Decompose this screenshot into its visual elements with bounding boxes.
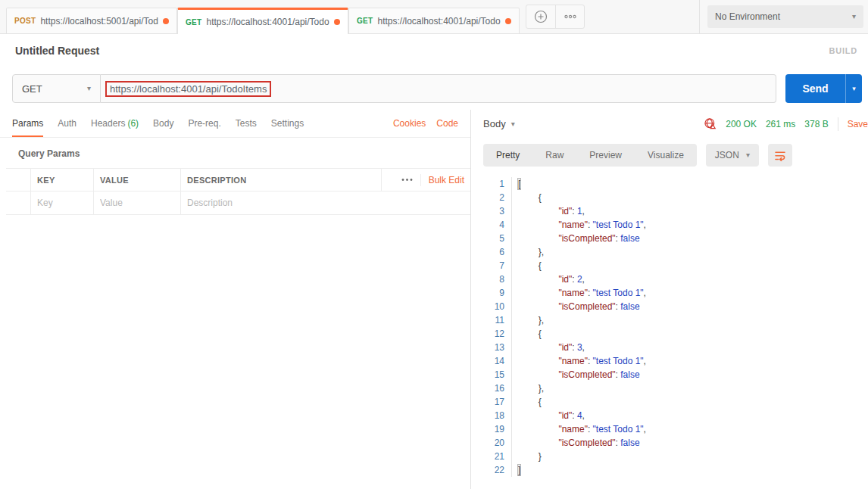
tab-pre-request[interactable]: Pre-req. xyxy=(188,110,220,137)
send-button-group: Send ▾ xyxy=(785,74,862,103)
network-warning-globe-icon[interactable] xyxy=(704,117,717,130)
response-body-selector[interactable]: Body ▾ xyxy=(483,118,515,129)
line-number: 13 xyxy=(471,341,512,354)
environment-bar: No Environment ▾ xyxy=(699,0,868,33)
code-line: 6}, xyxy=(471,245,868,259)
code-line: 8"id": 2, xyxy=(471,273,868,286)
wrap-text-icon xyxy=(774,149,786,161)
bulk-edit-link[interactable]: Bulk Edit xyxy=(429,175,464,185)
request-header: Untitled Request BUILD xyxy=(0,34,868,67)
code-line: 18"id": 4, xyxy=(471,409,868,422)
code-line: 14"name": "test Todo 1", xyxy=(471,354,868,368)
chevron-down-icon: ▾ xyxy=(852,13,856,20)
param-key-input[interactable] xyxy=(37,198,87,208)
wrap-text-button[interactable] xyxy=(768,144,792,167)
response-time[interactable]: 261 ms xyxy=(766,119,795,129)
request-tab-2-active[interactable]: GET https://localhost:4001/api/Todo... xyxy=(177,8,348,34)
line-number: 2 xyxy=(471,191,512,204)
cookies-link[interactable]: Cookies xyxy=(393,118,426,129)
tab-actions-group xyxy=(526,5,585,29)
tab-settings[interactable]: Settings xyxy=(271,110,304,137)
code-link[interactable]: Code xyxy=(436,118,458,129)
column-header-key: KEY xyxy=(37,176,55,185)
chevron-down-icon: ▾ xyxy=(87,85,91,92)
request-tab-1[interactable]: POST https://localhost:5001/api/Tod... xyxy=(6,8,177,33)
request-url-input[interactable]: https://localhost:4001/api/TodoItems xyxy=(101,74,776,103)
line-number: 22 xyxy=(471,463,512,477)
tab-url: https://localhost:4001/api/Todo... xyxy=(377,16,501,26)
view-tab-raw[interactable]: Raw xyxy=(532,144,576,167)
code-line: 21} xyxy=(471,450,868,463)
tab-tests[interactable]: Tests xyxy=(236,110,257,137)
request-url-value: https://localhost:4001/api/TodoItems xyxy=(105,81,271,97)
environment-selector[interactable]: No Environment ▾ xyxy=(707,5,863,28)
response-panel: Body ▾ 200 OK 261 ms 378 B Save xyxy=(471,110,868,489)
tab-auth[interactable]: Auth xyxy=(58,110,76,137)
tab-headers[interactable]: Headers (6) xyxy=(91,110,139,137)
view-tab-pretty[interactable]: Pretty xyxy=(483,144,532,167)
line-number: 9 xyxy=(471,286,512,300)
add-tab-button[interactable] xyxy=(526,5,555,28)
line-number: 10 xyxy=(471,300,512,313)
request-section-tabs: Params Auth Headers (6) Body Pre-req. Te… xyxy=(0,110,470,138)
line-number: 17 xyxy=(471,395,512,409)
line-number: 7 xyxy=(471,259,512,273)
response-format-selector[interactable]: JSON ▾ xyxy=(706,144,759,167)
code-line: 22] xyxy=(471,463,868,477)
send-options-button[interactable]: ▾ xyxy=(845,74,862,103)
response-meta-bar: Body ▾ 200 OK 261 ms 378 B Save xyxy=(471,110,868,138)
view-tab-preview[interactable]: Preview xyxy=(576,144,635,167)
http-method-value: GET xyxy=(22,83,42,95)
code-line: 15"isCompleted": false xyxy=(471,368,868,382)
query-params-empty-row xyxy=(6,192,470,215)
param-description-input[interactable] xyxy=(187,198,464,208)
line-number: 5 xyxy=(471,232,512,245)
more-tabs-button[interactable] xyxy=(555,5,584,28)
line-number: 20 xyxy=(471,436,512,450)
line-number: 19 xyxy=(471,422,512,436)
chevron-down-icon: ▾ xyxy=(511,120,515,128)
code-line: 19"name": "test Todo 1", xyxy=(471,422,868,436)
line-number: 16 xyxy=(471,382,512,395)
line-number: 1 xyxy=(471,177,512,191)
format-selected-label: JSON xyxy=(715,150,739,160)
open-request-tabs: POST https://localhost:5001/api/Tod... G… xyxy=(0,0,699,33)
code-line: 16}, xyxy=(471,382,868,395)
code-line: 3"id": 1, xyxy=(471,204,868,218)
tab-params[interactable]: Params xyxy=(12,110,43,137)
tab-url: https://localhost:4001/api/Todo... xyxy=(206,17,329,27)
unsaved-indicator-dot xyxy=(505,18,511,24)
tab-body[interactable]: Body xyxy=(153,110,173,137)
code-line: 20"isCompleted": false xyxy=(471,436,868,450)
tab-bar: POST https://localhost:5001/api/Tod... G… xyxy=(0,0,868,34)
save-response-link[interactable]: Save xyxy=(848,119,868,129)
response-status-badge[interactable]: 200 OK xyxy=(726,119,757,129)
chevron-down-icon: ▾ xyxy=(746,151,750,159)
param-value-input[interactable] xyxy=(100,198,174,208)
line-number: 21 xyxy=(471,450,512,463)
params-more-button[interactable] xyxy=(401,178,413,182)
code-line: 4"name": "test Todo 1", xyxy=(471,218,868,232)
row-handle-column xyxy=(6,169,30,191)
request-tab-3[interactable]: GET https://localhost:4001/api/Todo... xyxy=(348,8,520,33)
response-stats: 200 OK 261 ms 378 B Save xyxy=(704,117,868,131)
response-view-toolbar: Pretty Raw Preview Visualize JSON ▾ xyxy=(471,138,868,173)
request-title[interactable]: Untitled Request xyxy=(15,45,99,57)
method-badge: GET xyxy=(186,18,201,26)
query-params-header-row: KEY VALUE DESCRIPTION Bulk Edit xyxy=(6,169,470,192)
send-button[interactable]: Send xyxy=(785,74,845,103)
http-method-selector[interactable]: GET ▾ xyxy=(12,74,101,103)
line-number: 4 xyxy=(471,218,512,232)
line-number: 14 xyxy=(471,354,512,368)
response-size[interactable]: 378 B xyxy=(804,119,828,129)
view-mode-tabs: Pretty Raw Preview Visualize xyxy=(483,144,697,167)
line-number: 6 xyxy=(471,245,512,259)
chevron-down-icon: ▾ xyxy=(852,85,856,92)
view-tab-visualize[interactable]: Visualize xyxy=(635,144,697,167)
url-builder-row: GET ▾ https://localhost:4001/api/TodoIte… xyxy=(0,67,868,110)
method-badge: GET xyxy=(357,17,373,25)
response-code[interactable]: 1[2{3"id": 1,4"name": "test Todo 1",5"is… xyxy=(471,173,868,489)
headers-count-badge: (6) xyxy=(127,118,139,129)
query-params-table: KEY VALUE DESCRIPTION Bulk Edit xyxy=(6,168,470,215)
code-line: 10"isCompleted": false xyxy=(471,300,868,313)
